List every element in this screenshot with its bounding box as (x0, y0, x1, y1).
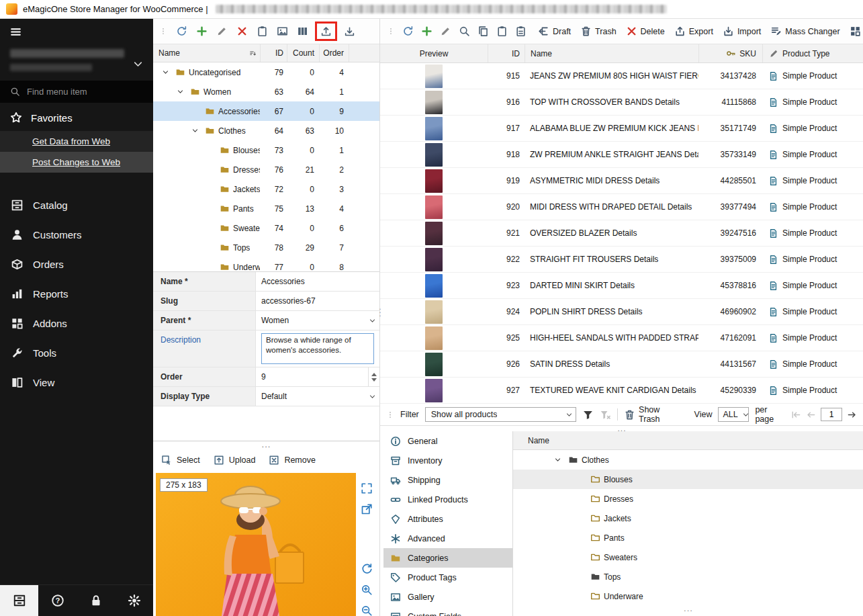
tab-custom-fields[interactable]: Custom Fields (383, 607, 512, 616)
edit-product-button[interactable] (440, 26, 451, 37)
draft-button[interactable]: Draft (538, 26, 571, 37)
sidebar-item-post-changes-to-web[interactable]: Post Changes to Web (0, 152, 153, 173)
assign-category-row-tops[interactable]: Tops (513, 567, 863, 586)
panel-splitter[interactable]: ... (378, 306, 382, 316)
apply-filter-icon[interactable] (582, 409, 594, 421)
connection-info[interactable] (0, 44, 153, 81)
assign-category-row-blouses[interactable]: Blouses (513, 470, 863, 489)
rotate-icon[interactable] (361, 563, 373, 575)
category-row-dresses[interactable]: Dresses 76 21 2 (153, 160, 379, 179)
chevron-down-icon[interactable] (369, 393, 376, 400)
product-row[interactable]: 926 SATIN DRESS Details 44131567 Simple … (380, 351, 863, 378)
copy-icon[interactable] (478, 26, 489, 37)
tab-attributes[interactable]: Attributes (383, 509, 512, 529)
zoom-out-icon[interactable] (361, 605, 373, 616)
sidebar-item-orders[interactable]: Orders (0, 249, 153, 279)
sidebar-item-catalog[interactable]: Catalog (0, 190, 153, 220)
toolbar-grip-icon[interactable] (386, 409, 394, 421)
lock-button[interactable] (77, 585, 115, 616)
name-field[interactable]: Accessories (256, 272, 379, 291)
delete-category-button[interactable] (236, 26, 248, 37)
sidebar-item-reports[interactable]: Reports (0, 279, 153, 308)
search-products-button[interactable] (459, 26, 470, 37)
product-row[interactable]: 919 ASYMMETRIC MIDI DRESS Details 442855… (380, 168, 863, 194)
assign-category-row-dresses[interactable]: Dresses (513, 489, 863, 509)
sidebar-item-customers[interactable]: Customers (0, 220, 153, 249)
tab-gallery[interactable]: Gallery (383, 587, 512, 607)
edit-category-button[interactable] (216, 26, 228, 37)
import-button[interactable]: Import (723, 26, 761, 37)
toolbar-grip-icon[interactable] (159, 26, 167, 37)
product-row[interactable]: 918 ZW PREMIUM ANKLE STRAIGHT JEANS Deta… (380, 142, 863, 168)
settings-button[interactable] (115, 585, 153, 616)
tab-advanced[interactable]: Advanced (383, 529, 512, 548)
category-row-tops[interactable]: Tops 78 29 7 (153, 238, 379, 257)
product-row[interactable]: 916 TOP WITH CROSSOVER BANDS Details 411… (380, 89, 863, 116)
product-row[interactable]: 924 POPLIN SHIRT DRESS Details 46960902 … (380, 299, 863, 325)
chevron-down-icon[interactable] (369, 317, 376, 324)
parent-select[interactable]: Women (256, 311, 379, 330)
tab-shipping[interactable]: Shipping (383, 470, 512, 490)
category-row-accessories[interactable]: Accessories 67 0 9 (153, 101, 379, 121)
paste-icon[interactable] (257, 26, 268, 37)
remove-image-button[interactable]: Remove (269, 455, 316, 466)
addons-button[interactable]: Addons (850, 26, 863, 37)
horizontal-resize-handle[interactable]: ... (380, 426, 863, 431)
trash-button[interactable]: Trash (580, 26, 617, 37)
help-button[interactable]: ? (38, 585, 77, 616)
category-row-underware[interactable]: Underware 77 0 8 (153, 257, 379, 272)
add-category-button[interactable] (196, 26, 208, 37)
delete-button[interactable]: Delete (626, 26, 665, 37)
tree-resize-handle[interactable]: ... (513, 607, 863, 615)
clear-filter-icon[interactable] (600, 409, 611, 421)
product-row[interactable]: 917 ALABAMA BLUE ZW PREMIUM KICK JEANS D… (380, 116, 863, 142)
first-page-icon[interactable] (791, 410, 801, 420)
description-label[interactable]: Description (153, 331, 256, 367)
chevron-down-icon[interactable] (162, 69, 169, 76)
category-row-uncategorised[interactable]: Uncategorised 79 0 4 (153, 62, 379, 82)
paste-icon[interactable] (496, 26, 508, 37)
paste-special-icon[interactable] (515, 26, 527, 37)
assign-category-row-clothes[interactable]: Clothes (513, 450, 863, 470)
assign-category-row-pants[interactable]: Pants (513, 528, 863, 547)
chevron-down-icon[interactable] (177, 88, 184, 95)
order-field[interactable]: 9 (256, 367, 379, 386)
hamburger-menu-button[interactable] (0, 19, 153, 44)
assign-category-row-sweaters[interactable]: Sweaters (513, 547, 863, 567)
category-row-jackets[interactable]: Jackets 72 0 3 (153, 179, 379, 199)
select-image-button[interactable]: Select (161, 455, 200, 466)
product-row[interactable]: 921 OVERSIZED BLAZER Details 39247516 Si… (380, 220, 863, 247)
page-input[interactable] (821, 408, 842, 421)
product-row[interactable]: 922 STRAIGHT FIT TROUSERS Details 393750… (380, 247, 863, 273)
toolbar-grip-icon[interactable] (387, 26, 395, 37)
product-row[interactable]: 927 TEXTURED WEAVE KNIT CARDIGAN Details… (380, 378, 863, 404)
sort-icon[interactable] (249, 50, 257, 57)
download-image-button[interactable] (344, 26, 355, 37)
refresh-categories-button[interactable] (176, 26, 187, 37)
catalog-quick-button[interactable] (0, 585, 38, 616)
next-page-icon[interactable] (847, 410, 857, 420)
category-image-preview[interactable]: 275 x 183 (156, 473, 377, 616)
product-filter-select[interactable]: Show all products (425, 407, 576, 422)
refresh-products-button[interactable] (402, 26, 414, 37)
sidebar-item-view[interactable]: View (0, 367, 153, 397)
sidebar-item-get-data-from-web[interactable]: Get Data from Web (0, 131, 153, 152)
tab-general[interactable]: General (383, 431, 512, 451)
category-row-sweaters[interactable]: Sweaters 74 0 6 (153, 218, 379, 238)
chevron-down-icon[interactable] (132, 58, 144, 70)
add-product-button[interactable] (421, 26, 433, 37)
tab-categories[interactable]: Categories (383, 548, 512, 568)
category-row-blouses[interactable]: Blouses 73 0 1 (153, 140, 379, 160)
mass-changer-button[interactable]: Mass Changer (770, 26, 839, 37)
category-row-pants[interactable]: Pants 75 13 4 (153, 199, 379, 218)
description-textarea[interactable]: Browse a whide range of women's accessor… (261, 333, 374, 364)
sidebar-item-addons[interactable]: Addons (0, 308, 153, 338)
form-resize-handle[interactable]: ... (153, 441, 379, 449)
upload-image-button[interactable]: Upload (214, 455, 256, 466)
image-icon[interactable] (277, 26, 288, 37)
product-row[interactable]: 920 MIDI DRESS WITH DRAPED DETAIL Detail… (380, 194, 863, 220)
assign-category-row-jackets[interactable]: Jackets (513, 509, 863, 528)
prev-page-icon[interactable] (806, 410, 816, 420)
view-select[interactable]: ALL (718, 407, 749, 422)
export-button[interactable]: Export (674, 26, 713, 37)
